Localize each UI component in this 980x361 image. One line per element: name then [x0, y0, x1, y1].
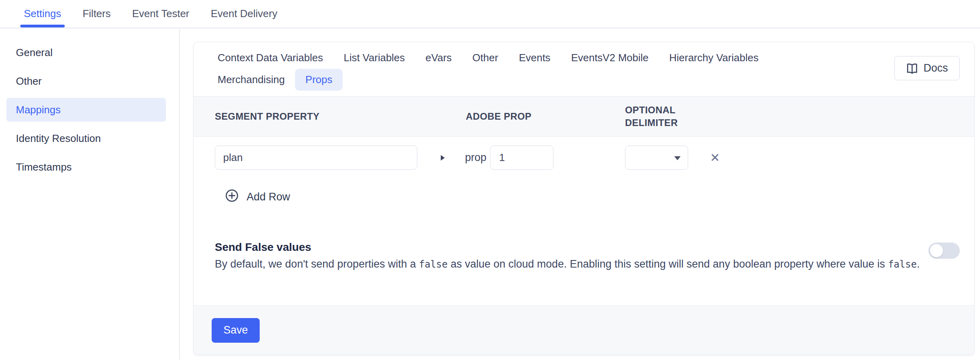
chevron-down-icon — [674, 156, 681, 160]
send-false-title: Send False values — [215, 241, 920, 254]
variable-tabs-row-2: Merchandising Props — [207, 69, 867, 91]
book-icon — [906, 62, 918, 74]
card-footer: Save — [194, 305, 974, 355]
send-false-section: Send False values By default, we don't s… — [194, 241, 974, 273]
send-false-text: Send False values By default, we don't s… — [215, 241, 920, 273]
main-content: Context Data Variables List Variables eV… — [180, 29, 980, 360]
maps-to-arrow-icon — [441, 155, 445, 161]
sidebar-item-general[interactable]: General — [6, 41, 166, 64]
tab-events[interactable]: Events — [509, 47, 561, 69]
send-false-toggle[interactable] — [928, 243, 960, 259]
nav-tab-event-tester[interactable]: Event Tester — [131, 0, 191, 27]
nav-tab-event-delivery[interactable]: Event Delivery — [210, 0, 279, 27]
save-button[interactable]: Save — [212, 318, 260, 343]
description-text: . — [917, 258, 920, 270]
variable-tabs-header: Context Data Variables List Variables eV… — [194, 42, 974, 96]
content-layout: General Other Mappings Identity Resoluti… — [0, 29, 980, 360]
segment-property-cell — [215, 146, 439, 170]
nav-tab-settings[interactable]: Settings — [23, 0, 62, 27]
tab-evars[interactable]: eVars — [415, 47, 462, 69]
tab-other[interactable]: Other — [462, 47, 509, 69]
column-header-optional-delimiter: OPTIONAL DELIMITER — [625, 104, 694, 129]
code-false: false — [888, 259, 916, 270]
tab-props[interactable]: Props — [295, 69, 343, 91]
mappings-card: Context Data Variables List Variables eV… — [193, 42, 974, 355]
description-text: as value on cloud mode. Enabling this se… — [448, 258, 888, 270]
delimiter-select[interactable] — [625, 146, 688, 170]
sidebar-item-other[interactable]: Other — [6, 69, 166, 93]
mapping-rows-area: prop ✕ — [194, 137, 974, 205]
add-row-button[interactable]: Add Row — [225, 189, 290, 205]
sidebar-item-timestamps[interactable]: Timestamps — [6, 155, 166, 179]
circle-plus-icon — [225, 189, 239, 205]
sidebar-item-mappings[interactable]: Mappings — [6, 98, 166, 122]
mapping-table-header: SEGMENT PROPERTY ADOBE PROP OPTIONAL DEL… — [194, 96, 974, 137]
prop-prefix-label: prop — [465, 151, 486, 164]
tab-hierarchy-variables[interactable]: Hierarchy Variables — [659, 47, 769, 69]
sidebar-item-identity-resolution[interactable]: Identity Resolution — [6, 126, 166, 150]
column-header-segment-property: SEGMENT PROPERTY — [215, 110, 439, 123]
column-header-adobe-prop: ADOBE PROP — [439, 110, 625, 123]
send-false-description: By default, we don't send properties wit… — [215, 256, 920, 273]
code-false: false — [419, 259, 448, 270]
settings-sidebar: General Other Mappings Identity Resoluti… — [0, 29, 180, 360]
adobe-prop-cell: prop — [439, 146, 625, 170]
docs-button-label: Docs — [924, 62, 948, 74]
segment-property-input[interactable] — [215, 146, 417, 170]
prop-number-input[interactable] — [490, 146, 554, 170]
variable-tabs-row-1: Context Data Variables List Variables eV… — [207, 47, 867, 69]
tab-context-data-variables[interactable]: Context Data Variables — [207, 47, 333, 69]
tab-merchandising[interactable]: Merchandising — [207, 69, 295, 91]
add-row-label: Add Row — [247, 191, 290, 203]
tab-eventsv2-mobile[interactable]: EventsV2 Mobile — [561, 47, 659, 69]
delimiter-cell: ✕ — [625, 146, 974, 170]
nav-tab-filters[interactable]: Filters — [81, 0, 112, 27]
toggle-knob — [930, 244, 943, 257]
mapping-row: prop ✕ — [215, 146, 974, 170]
tab-list-variables[interactable]: List Variables — [333, 47, 415, 69]
top-navigation: Settings Filters Event Tester Event Deli… — [0, 0, 980, 29]
remove-row-button[interactable]: ✕ — [710, 152, 720, 164]
docs-button[interactable]: Docs — [894, 56, 960, 80]
description-text: By default, we don't send properties wit… — [215, 258, 419, 270]
